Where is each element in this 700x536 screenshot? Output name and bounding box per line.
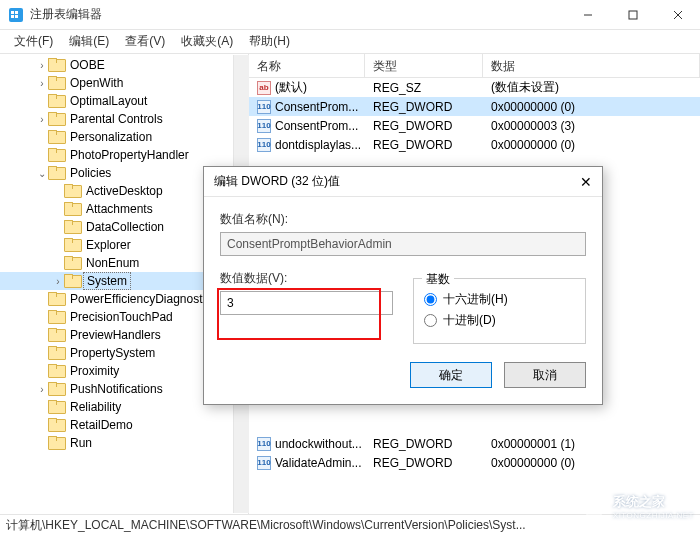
tree-item[interactable]: ›Personalization: [0, 128, 248, 146]
reg-sz-icon: ab: [257, 81, 271, 95]
chevron-right-icon[interactable]: ›: [36, 60, 48, 71]
tree-item[interactable]: ›Run: [0, 434, 248, 452]
tree-item[interactable]: ›OpenWith: [0, 74, 248, 92]
chevron-right-icon[interactable]: ›: [36, 384, 48, 395]
folder-icon: [48, 166, 64, 180]
tree-item-label: RetailDemo: [67, 417, 136, 433]
tree-item-label: PhotoPropertyHandler: [67, 147, 192, 163]
tree-item-label: Reliability: [67, 399, 124, 415]
tree-item[interactable]: ›Parental Controls: [0, 110, 248, 128]
menu-view[interactable]: 查看(V): [117, 30, 173, 53]
cancel-button[interactable]: 取消: [504, 362, 586, 388]
folder-icon: [48, 94, 64, 108]
cell-data: 0x00000000 (0): [483, 456, 700, 470]
tree-item-label: ActiveDesktop: [83, 183, 166, 199]
folder-icon: [48, 400, 64, 414]
cell-name: ConsentProm...: [275, 100, 358, 114]
dialog-close-button[interactable]: ✕: [580, 174, 592, 190]
col-type[interactable]: 类型: [365, 54, 483, 77]
menu-edit[interactable]: 编辑(E): [61, 30, 117, 53]
tree-item[interactable]: ›PhotoPropertyHandler: [0, 146, 248, 164]
svg-rect-3: [11, 15, 14, 18]
cell-data: 0x00000001 (1): [483, 437, 700, 451]
list-row[interactable]: 110ConsentProm...REG_DWORD0x00000003 (3): [249, 116, 700, 135]
folder-icon: [64, 274, 80, 288]
svg-rect-1: [11, 11, 14, 14]
list-row[interactable]: 110dontdisplaylas...REG_DWORD0x00000000 …: [249, 135, 700, 154]
status-path: 计算机\HKEY_LOCAL_MACHINE\SOFTWARE\Microsof…: [6, 517, 526, 534]
cell-name: dontdisplaylas...: [275, 138, 361, 152]
value-data-input[interactable]: [220, 291, 393, 315]
col-data[interactable]: 数据: [483, 54, 700, 77]
chevron-down-icon[interactable]: ⌄: [36, 168, 48, 179]
tree-item-label: PropertySystem: [67, 345, 158, 361]
folder-icon: [48, 364, 64, 378]
radio-hex[interactable]: 十六进制(H): [424, 291, 575, 308]
tree-item-label: PreviewHandlers: [67, 327, 164, 343]
reg-dword-icon: 110: [257, 138, 271, 152]
cell-type: REG_DWORD: [365, 138, 483, 152]
list-header: 名称 类型 数据: [249, 54, 700, 78]
tree-item-label: OptimalLayout: [67, 93, 150, 109]
folder-icon: [48, 382, 64, 396]
chevron-right-icon[interactable]: ›: [36, 78, 48, 89]
window-title: 注册表编辑器: [30, 6, 565, 23]
menu-favorites[interactable]: 收藏夹(A): [173, 30, 241, 53]
dialog-title: 编辑 DWORD (32 位)值: [214, 173, 580, 190]
base-fieldset: 基数 十六进制(H) 十进制(D): [413, 278, 586, 344]
minimize-button[interactable]: [565, 0, 610, 30]
col-name[interactable]: 名称: [249, 54, 365, 77]
titlebar: 注册表编辑器: [0, 0, 700, 30]
folder-icon: [48, 112, 64, 126]
list-row[interactable]: 110ValidateAdmin...REG_DWORD0x00000000 (…: [249, 453, 700, 472]
cell-data: (数值未设置): [483, 79, 700, 96]
close-button[interactable]: [655, 0, 700, 30]
folder-icon: [48, 292, 64, 306]
tree-item-label: DataCollection: [83, 219, 167, 235]
list-row[interactable]: 110undockwithout...REG_DWORD0x00000001 (…: [249, 434, 700, 453]
value-name-input[interactable]: [220, 232, 586, 256]
svg-rect-6: [629, 11, 637, 19]
tree-item-label: Parental Controls: [67, 111, 166, 127]
cell-type: REG_DWORD: [365, 437, 483, 451]
value-name-label: 数值名称(N):: [220, 211, 586, 228]
list-row[interactable]: ab(默认)REG_SZ(数值未设置): [249, 78, 700, 97]
cell-data: 0x00000003 (3): [483, 119, 700, 133]
menu-file[interactable]: 文件(F): [6, 30, 61, 53]
radio-hex-input[interactable]: [424, 293, 437, 306]
tree-item-label: NonEnum: [83, 255, 142, 271]
tree-item-label: Run: [67, 435, 95, 451]
tree-item-label: PrecisionTouchPad: [67, 309, 176, 325]
svg-rect-4: [15, 15, 18, 18]
tree-item-label: Explorer: [83, 237, 134, 253]
ok-button[interactable]: 确定: [410, 362, 492, 388]
cell-data: 0x00000000 (0): [483, 100, 700, 114]
tree-item-label: OOBE: [67, 57, 108, 73]
folder-icon: [64, 220, 80, 234]
watermark: 系统之家 XITONGZHIJIA.NET: [579, 493, 694, 520]
cell-name: ConsentProm...: [275, 119, 358, 133]
tree-item-label: PushNotifications: [67, 381, 166, 397]
radio-dec-input[interactable]: [424, 314, 437, 327]
tree-item[interactable]: ›OptimalLayout: [0, 92, 248, 110]
list-row[interactable]: 110ConsentProm...REG_DWORD0x00000000 (0): [249, 97, 700, 116]
cell-name: (默认): [275, 79, 307, 96]
tree-item-label: Proximity: [67, 363, 122, 379]
folder-icon: [48, 418, 64, 432]
svg-rect-2: [15, 11, 18, 14]
menu-help[interactable]: 帮助(H): [241, 30, 298, 53]
tree-item-label: PowerEfficiencyDiagnostics: [67, 291, 220, 307]
reg-dword-icon: 110: [257, 100, 271, 114]
chevron-right-icon[interactable]: ›: [36, 114, 48, 125]
reg-dword-icon: 110: [257, 456, 271, 470]
tree-item[interactable]: ›RetailDemo: [0, 416, 248, 434]
folder-icon: [64, 202, 80, 216]
radio-dec[interactable]: 十进制(D): [424, 312, 575, 329]
folder-icon: [48, 76, 64, 90]
folder-icon: [64, 184, 80, 198]
chevron-right-icon[interactable]: ›: [52, 276, 64, 287]
maximize-button[interactable]: [610, 0, 655, 30]
tree-item-label: Policies: [67, 165, 114, 181]
edit-dword-dialog: 编辑 DWORD (32 位)值 ✕ 数值名称(N): 数值数据(V): 基数 …: [203, 166, 603, 405]
tree-item[interactable]: ›OOBE: [0, 56, 248, 74]
